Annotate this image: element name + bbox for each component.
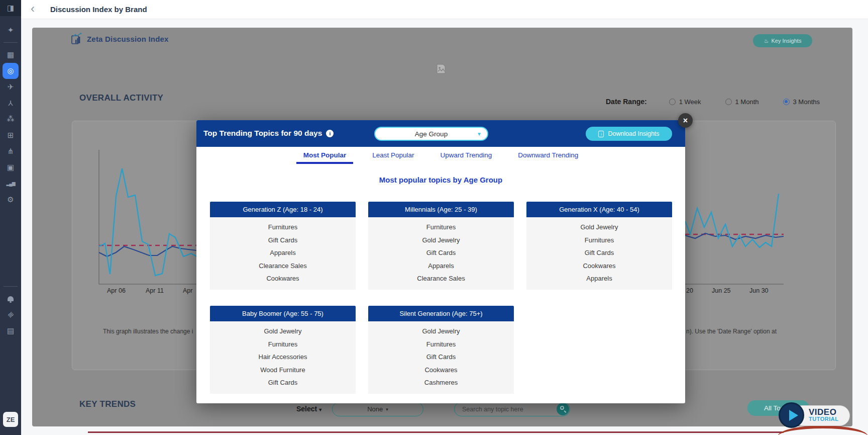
info-icon[interactable]: i — [326, 130, 334, 137]
bottom-chart-line — [88, 431, 784, 433]
age-group-dropdown[interactable]: Age Group ▼ — [374, 127, 488, 141]
flame-icon: ♨ — [764, 38, 769, 44]
sparkles-icon[interactable]: ✦ — [0, 22, 21, 38]
radio-1-month[interactable]: 1 Month — [725, 98, 759, 106]
topic-item: Gift Cards — [526, 246, 672, 259]
target-icon[interactable]: ◎ — [3, 63, 19, 79]
key-insights-button[interactable]: ♨ Key Insights — [753, 34, 812, 47]
page-title: Discussion Index by Brand — [50, 5, 147, 14]
topic-item: Hair Accessories — [210, 351, 356, 364]
tab-least-popular[interactable]: Least Popular — [369, 151, 417, 164]
trending-topics-modal: Top Trending Topics for 90 days i Age Gr… — [196, 120, 685, 403]
video-label: VIDEO — [809, 408, 838, 416]
filter-dropdown[interactable]: None ▾ — [332, 402, 423, 416]
tab-downward-trending[interactable]: Downward Trending — [515, 151, 581, 164]
brand: Zeta Discussion Index — [71, 33, 169, 45]
topic-item: Apparels — [368, 259, 514, 273]
sitemap-icon[interactable]: Y — [0, 95, 21, 111]
send-icon[interactable]: ✈ — [0, 79, 21, 95]
topic-card-gen-z: Generation Z (Age: 18 - 24) Furnitures G… — [210, 202, 356, 290]
panel-toggle-icon[interactable]: ◨ — [0, 0, 21, 16]
topic-item: Furnitures — [368, 221, 514, 234]
x-axis-label: Apr — [183, 287, 192, 294]
chart-icon[interactable]: ▂▄▆ — [0, 176, 21, 192]
chevron-down-icon: ▾ — [386, 407, 388, 412]
x-axis-label: Apr 06 — [107, 287, 126, 294]
topic-item: Gold Jewelry — [526, 221, 672, 234]
back-chevron-icon[interactable]: ‹ — [26, 2, 39, 16]
overall-activity-title: OVERALL ACTIVITY — [79, 93, 163, 103]
topic-item: Cashmeres — [368, 376, 514, 389]
tutorial-label: TUTORIAL — [809, 416, 838, 422]
topic-card-millennials: Millennials (Age: 25 - 39) Furnitures Go… — [368, 202, 514, 290]
dashboard-icon[interactable]: ▦ — [0, 47, 21, 63]
bell-icon[interactable] — [0, 291, 21, 307]
radio-circle — [669, 99, 676, 105]
card-header: Baby Boomer (Age: 55 - 75) — [210, 306, 356, 321]
brand-logo-icon — [71, 33, 83, 45]
topic-item: Apparels — [526, 272, 672, 285]
radio-1-week[interactable]: 1 Week — [669, 98, 701, 106]
radio-circle — [725, 99, 732, 105]
modal-subtitle: Most popular topics by Age Group — [196, 176, 685, 184]
key-trends-title: KEY TRENDS — [79, 399, 136, 409]
topic-card-gen-x: Generation X (Age: 40 - 54) Gold Jewelry… — [526, 202, 672, 290]
search-button[interactable] — [557, 403, 569, 415]
topic-item: Furnitures — [526, 234, 672, 247]
topic-item: Furnitures — [210, 221, 356, 234]
topic-item: Furnitures — [210, 338, 356, 351]
topic-item: Apparels — [210, 246, 356, 259]
topic-search — [454, 402, 570, 416]
calendar-icon[interactable]: ⊞ — [0, 127, 21, 143]
topic-item: Gold Jewelry — [210, 325, 356, 338]
dropdown-caret-icon: ▼ — [477, 131, 482, 137]
topic-item: Wood Furniture — [210, 364, 356, 377]
topic-item: Gift Cards — [368, 246, 514, 259]
sidebar-divider — [4, 42, 18, 43]
download-insights-button[interactable]: ↓ Download Insights — [586, 127, 672, 141]
chart-caption-right: n). Use the 'Date Range' option at — [686, 328, 794, 335]
brand-name: Zeta Discussion Index — [87, 35, 169, 43]
topic-item: Gift Cards — [210, 234, 356, 247]
modal-tabs: Most Popular Least Popular Upward Trendi… — [196, 151, 685, 164]
date-range-label: Date Range: — [606, 98, 647, 106]
download-icon: ↓ — [598, 131, 604, 137]
tab-most-popular[interactable]: Most Popular — [300, 151, 350, 164]
modal-header: Top Trending Topics for 90 days i Age Gr… — [196, 120, 685, 147]
x-axis-label: Jun 30 — [749, 287, 769, 294]
close-icon[interactable]: × — [678, 113, 693, 128]
topic-item: Gold Jewelry — [368, 234, 514, 247]
topic-item: Cookwares — [368, 364, 514, 377]
radio-circle-selected — [783, 99, 790, 105]
broken-image-icon — [437, 64, 446, 74]
search-input[interactable] — [456, 403, 554, 415]
topic-item: Cookwares — [210, 272, 356, 285]
card-header: Millennials (Age: 25 - 39) — [368, 202, 514, 217]
radio-3-months[interactable]: 3 Months — [783, 98, 820, 106]
chevron-down-icon: ▾ — [319, 407, 321, 412]
x-axis-label: Apr 11 — [146, 287, 164, 294]
topic-item: Furnitures — [368, 338, 514, 351]
top-bar: ‹ Discussion Index by Brand — [0, 0, 868, 19]
layers-icon[interactable]: ▣ — [0, 159, 21, 176]
date-range-group: Date Range: 1 Week 1 Month 3 Months — [606, 98, 844, 106]
x-axis-label: 20 — [686, 287, 693, 294]
topic-item: Gold Jewelry — [368, 325, 514, 338]
video-play-button[interactable] — [779, 402, 804, 428]
flow-icon[interactable]: ⋔ — [0, 143, 21, 159]
select-dropdown[interactable]: Select ▾ — [296, 405, 321, 413]
card-header: Silent Generation (Age: 75+) — [368, 306, 514, 321]
modal-title: Top Trending Topics for 90 days — [203, 129, 322, 138]
card-header: Generation Z (Age: 18 - 24) — [210, 202, 356, 217]
signal-icon[interactable]: ≋ — [0, 307, 21, 323]
topic-item: Clearance Sales — [368, 272, 514, 285]
topic-item: Cookwares — [526, 259, 672, 273]
topic-item: Gift Cards — [210, 376, 356, 389]
avatar[interactable]: ZE — [3, 412, 18, 427]
x-axis-label: Jun 25 — [712, 287, 731, 294]
tab-upward-trending[interactable]: Upward Trending — [437, 151, 495, 164]
search-icon — [560, 406, 564, 410]
gear-icon[interactable]: ⚙ — [0, 192, 21, 208]
book-icon[interactable]: ▤ — [0, 323, 21, 339]
cluster-icon[interactable]: ⁂ — [0, 111, 21, 127]
